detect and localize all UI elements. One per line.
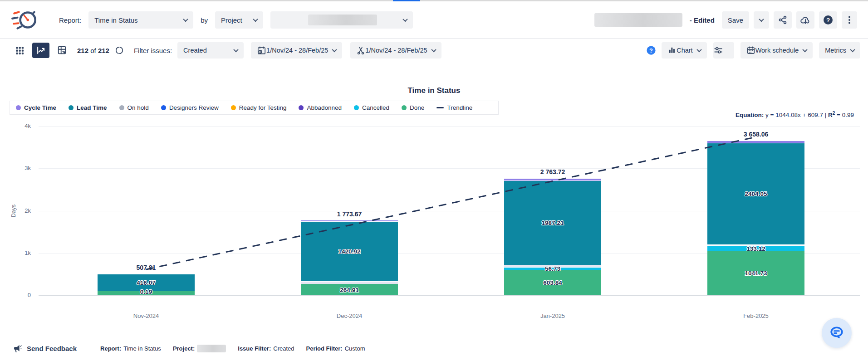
- redacted-project-name: [197, 345, 226, 352]
- bar-value-label: 1041.73: [745, 270, 767, 277]
- cloud-download-icon: [800, 15, 811, 25]
- legend-item-on-hold[interactable]: On hold: [119, 104, 149, 111]
- y-axis-tick-label: 1k: [9, 249, 31, 256]
- y-axis-tick-label: 3k: [9, 165, 31, 171]
- refresh-button[interactable]: [113, 43, 126, 58]
- issue-filter-dropdown[interactable]: Created: [177, 42, 244, 59]
- report-label: Report:: [59, 16, 81, 24]
- export-button[interactable]: [796, 11, 814, 29]
- megaphone-icon: [13, 344, 23, 354]
- series-dot-icon: [231, 105, 236, 110]
- chevron-down-icon: [253, 17, 258, 22]
- x-axis-tick-label: Feb-2025: [743, 312, 769, 319]
- bar-segment-cycle_time[interactable]: [301, 220, 398, 221]
- gridline: [39, 126, 860, 127]
- legend-item-cancelled[interactable]: Cancelled: [354, 104, 389, 111]
- legend-label: Trendline: [447, 104, 472, 111]
- group-by-dropdown[interactable]: Project: [215, 11, 263, 29]
- save-options-dropdown[interactable]: [754, 11, 769, 29]
- legend-item-designers-review[interactable]: Designers Review: [161, 104, 219, 111]
- toolbar: 212 of 212 Filter issues: Created: [0, 42, 868, 59]
- by-label: by: [201, 16, 208, 24]
- chart-settings-button[interactable]: [713, 42, 734, 59]
- created-date-range-button[interactable]: 1/Nov/24 - 28/Feb/25: [251, 42, 342, 59]
- plot-area: Days 01k2k3k4k0.19416.07507.81Nov-202426…: [0, 122, 868, 327]
- view-grid-button[interactable]: [11, 43, 28, 58]
- trim-period-button[interactable]: 1/Nov/24 - 28/Feb/25: [350, 42, 441, 59]
- chat-widget-button[interactable]: [822, 318, 852, 348]
- bar-segment-cycle_time[interactable]: [707, 141, 804, 143]
- group-by-value: Project: [221, 16, 242, 24]
- legend-item-lead-time[interactable]: Lead Time: [69, 104, 107, 111]
- trendline-swatch-icon: [436, 107, 444, 108]
- trim-range-value: 1/Nov/24 - 28/Feb/25: [365, 47, 427, 54]
- help-button[interactable]: ?: [819, 11, 837, 29]
- chart-type-dropdown[interactable]: Chart: [662, 42, 706, 59]
- question-mark-icon: ?: [823, 15, 834, 25]
- x-axis-tick-label: Nov-2024: [133, 312, 159, 319]
- chart-help-button[interactable]: ?: [644, 43, 658, 58]
- bar-value-label: 56.73: [545, 265, 560, 272]
- legend-item-cycle-time[interactable]: Cycle Time: [16, 104, 56, 111]
- grid-view-icon: [15, 46, 25, 55]
- chart-type-value: Chart: [677, 47, 692, 54]
- bar-total-label: 2 763.72: [540, 168, 565, 176]
- legend-label: On hold: [128, 104, 149, 111]
- legend-label: Done: [410, 104, 424, 111]
- legend-label: Abbadonned: [307, 104, 342, 111]
- work-schedule-dropdown[interactable]: Work schedule: [740, 42, 813, 59]
- y-axis-tick-label: 4k: [9, 122, 31, 129]
- bar-segment-unlabeled[interactable]: [301, 281, 398, 284]
- legend-item-ready-for-testing[interactable]: Ready for Testing: [231, 104, 287, 111]
- bar-segment-cycle_time[interactable]: [504, 178, 601, 180]
- bar-total-label: 1 773.67: [337, 210, 362, 218]
- scissors-icon: [356, 46, 365, 55]
- bar-total-label: 507.81: [137, 264, 156, 271]
- bar-value-label: 264.91: [340, 286, 358, 293]
- legend-item-trendline[interactable]: Trendline: [436, 104, 472, 111]
- chevron-down-icon: [233, 47, 238, 52]
- series-dot-icon: [402, 105, 407, 110]
- calendar-icon: [746, 46, 755, 55]
- metrics-dropdown[interactable]: Metrics: [819, 42, 860, 59]
- pivot-table-icon: [57, 45, 67, 55]
- page-loading-bar: [393, 0, 420, 1]
- header-divider: [0, 38, 868, 39]
- share-button[interactable]: [774, 11, 792, 29]
- legend-item-done[interactable]: Done: [402, 104, 424, 111]
- trendline-equation: Equation: y = 1044.08x + 609.7 | R2 = 0.…: [736, 110, 854, 118]
- send-feedback-button[interactable]: Send Feedback: [13, 344, 77, 354]
- more-menu-button[interactable]: [842, 11, 857, 29]
- filter-issues-label: Filter issues:: [134, 47, 172, 54]
- redacted-project-name: [308, 15, 377, 25]
- report-type-value: Time in Status: [94, 16, 137, 24]
- legend-item-abbadonned[interactable]: Abbadonned: [299, 104, 342, 111]
- svg-text:?: ?: [649, 47, 653, 54]
- chevron-down-icon: [696, 47, 701, 52]
- chat-bubble-icon: [829, 325, 844, 341]
- project-select-dropdown[interactable]: [270, 11, 413, 29]
- series-dot-icon: [119, 105, 124, 110]
- edited-badge: - Edited: [690, 16, 715, 24]
- view-chart-button[interactable]: [32, 43, 49, 58]
- app-page: Report: Time in Status by Project - Edit…: [0, 0, 868, 356]
- x-axis-tick-label: Jan-2025: [540, 312, 565, 319]
- bar-total-label: 3 658.06: [744, 131, 769, 138]
- app-logo-stopwatch-icon: [11, 6, 39, 34]
- bar-value-label: 416.07: [137, 279, 155, 286]
- legend-label: Cycle Time: [24, 104, 56, 111]
- series-dot-icon: [16, 105, 21, 110]
- redacted-report-name: [594, 13, 682, 27]
- bar-value-label: 2404.05: [745, 190, 767, 197]
- page-loading-track: [0, 0, 868, 1]
- chart-title: Time in Status: [0, 86, 868, 95]
- report-type-dropdown[interactable]: Time in Status: [88, 11, 193, 29]
- chevron-down-icon: [803, 47, 808, 52]
- bar-value-label: 0.19: [140, 288, 152, 295]
- view-pivot-button[interactable]: [54, 43, 71, 58]
- chevron-down-icon: [183, 17, 188, 22]
- save-button[interactable]: Save: [722, 11, 749, 29]
- created-range-value: 1/Nov/24 - 28/Feb/25: [266, 47, 328, 54]
- chevron-down-icon: [431, 47, 436, 52]
- bar-value-label: 1987.21: [542, 219, 564, 226]
